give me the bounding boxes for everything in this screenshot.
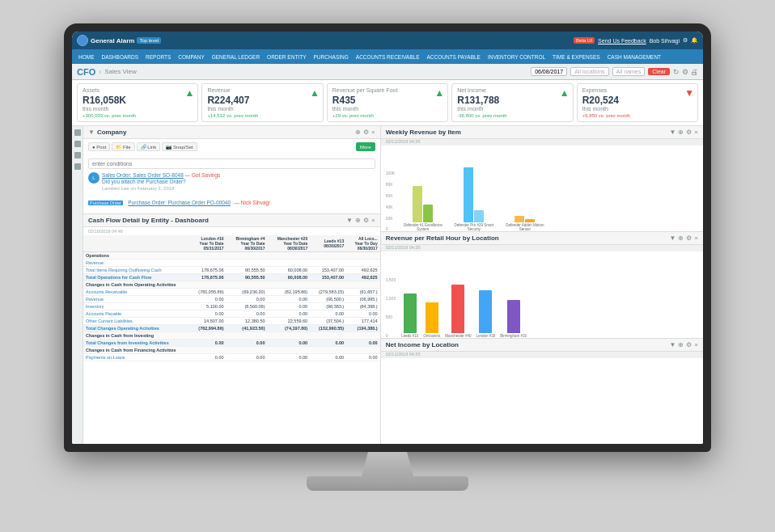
- row-label: Revenue: [83, 259, 190, 266]
- bar-group-manchester: Manchester #40: [445, 285, 471, 338]
- bar: [423, 205, 433, 222]
- chart2-settings-icon[interactable]: ⚙: [686, 234, 692, 242]
- table-row: Total Changes Operating Activities (762,…: [83, 324, 380, 331]
- file-button[interactable]: 📁 File: [112, 142, 134, 151]
- print-icon[interactable]: 🖨: [691, 68, 698, 76]
- chart3-settings-icon[interactable]: ⚙: [686, 341, 692, 348]
- row-val: 0.00: [227, 353, 268, 361]
- row-val: (98,383.): [310, 302, 346, 310]
- nav-inventory[interactable]: INVENTORY CONTROL: [485, 53, 548, 61]
- nav-order-entity[interactable]: ORDER ENTITY: [264, 53, 309, 61]
- toolbar-icons: ↻ ⚙ 🖨: [673, 68, 698, 76]
- row-label: Revenue: [83, 295, 190, 302]
- sidebar-nav-icon-4[interactable]: [74, 163, 81, 170]
- bars-area: Defender #1 Excellence System: [400, 171, 698, 231]
- chart-settings-icon[interactable]: ⚙: [686, 129, 692, 136]
- revenue-retail-header: Revenue per Retail Hour by Location ▼ ⊕ …: [381, 232, 703, 245]
- kpi-assets-label: Assets: [83, 87, 193, 93]
- table-row: Payments on Loans 0.00 0.00 0.00 0.00 0.…: [83, 353, 380, 361]
- nav-cash-management[interactable]: CASH MANAGEMENT: [604, 53, 664, 61]
- row-val: 0.00: [346, 310, 379, 317]
- nav-accounts-payable[interactable]: ACCOUNTS PAYABLE: [423, 53, 483, 61]
- location-filter[interactable]: All locations: [570, 67, 608, 76]
- chart-copy-icon[interactable]: ⊕: [678, 129, 684, 136]
- snapset-button[interactable]: 📷 Snap/Set: [162, 142, 197, 151]
- feedback-link[interactable]: Send Us Feedback: [598, 38, 646, 44]
- nav-purchasing[interactable]: PURCHASING: [311, 53, 352, 61]
- nav-dashboards[interactable]: DASHBOARDS: [99, 53, 142, 61]
- section-financing: Changes in Cash from Financing Activitie…: [83, 346, 380, 353]
- left-panels: ▼ Company ⊕ ⚙ ×: [83, 126, 381, 444]
- nav-general-ledger[interactable]: GENERAL LEDGER: [209, 53, 263, 61]
- chart2-filter-icon[interactable]: ▼: [669, 234, 675, 242]
- sidebar-nav-icon-1[interactable]: [74, 129, 81, 136]
- col-header-london: London #10Year To Date05/31/2017: [190, 235, 227, 252]
- company-panel: ▼ Company ⊕ ⚙ ×: [83, 126, 380, 214]
- cashflow-settings-icon[interactable]: ⚙: [363, 217, 369, 224]
- chart-close-icon[interactable]: ×: [694, 129, 698, 136]
- chart3-close-icon[interactable]: ×: [694, 341, 698, 348]
- bar-group-3: Defender Addon Motion Sensor: [502, 216, 547, 231]
- cashflow-table: London #10Year To Date05/31/2017 Birming…: [83, 235, 380, 361]
- y-label: 100K: [386, 171, 396, 175]
- bar-label: Manchester #40: [445, 334, 471, 338]
- row-val: 0.00: [190, 353, 227, 361]
- nav-reports[interactable]: REPORTS: [142, 53, 174, 61]
- revenue-retail-date: 02/11/2018 04:35: [381, 245, 703, 251]
- row-val: (132,990.55): [310, 324, 346, 331]
- nav-accounts-receivable[interactable]: ACCOUNTS RECEIVABLE: [353, 53, 423, 61]
- bar: [507, 300, 520, 333]
- company-filter-input[interactable]: [88, 158, 375, 169]
- col-header-desc: [83, 235, 190, 252]
- kpi-expenses: Expenses R20,524 this month +6,850 vs. p…: [577, 83, 698, 122]
- kpi-assets-value: R16,058K: [83, 95, 193, 106]
- row-val: 0.00: [310, 353, 346, 361]
- sidebar-nav-icon-2[interactable]: [74, 141, 81, 147]
- row-val: (279,583.15): [310, 288, 346, 295]
- clear-button[interactable]: Clear: [648, 68, 670, 75]
- chart2-close-icon[interactable]: ×: [694, 234, 698, 242]
- chart2-copy-icon[interactable]: ⊕: [678, 234, 684, 242]
- kpi-expenses-value: R20,524: [582, 95, 692, 106]
- cashflow-copy-icon[interactable]: ⊕: [355, 217, 361, 224]
- bar: [515, 216, 524, 222]
- notifications-icon[interactable]: 🔔: [691, 37, 698, 44]
- monitor-body: General Alarm Top level Beta UI Send Us …: [64, 23, 711, 452]
- row-val: 0.00: [346, 339, 379, 346]
- cashflow-filter-icon[interactable]: ▼: [346, 217, 353, 224]
- post-button[interactable]: ● Post: [88, 142, 110, 151]
- nav-time-expenses[interactable]: TIME & EXPENSES: [549, 53, 603, 61]
- nav-home[interactable]: HOME: [75, 53, 98, 61]
- name-filter[interactable]: All names: [612, 67, 646, 76]
- chart-filter-icon[interactable]: ▼: [669, 129, 675, 136]
- company-panel-close-icon[interactable]: ×: [371, 129, 375, 136]
- cashflow-panel-icons: ▼ ⊕ ⚙ ×: [346, 217, 375, 224]
- link-button[interactable]: 🔗 Link: [137, 142, 161, 151]
- company-panel-settings-icon[interactable]: ⚙: [363, 129, 369, 136]
- kpi-revenue-sqft-sub: +29 vs. prev month: [332, 113, 443, 118]
- date-filter[interactable]: 06/08/2017: [531, 67, 567, 76]
- cashflow-close-icon[interactable]: ×: [371, 217, 375, 224]
- nav-company[interactable]: COMPANY: [175, 53, 207, 61]
- bar-label: Leeds #10: [401, 334, 418, 338]
- company-panel-collapse-icon[interactable]: ▼: [88, 129, 95, 136]
- settings-icon[interactable]: ⚙: [683, 37, 688, 44]
- chart3-filter-icon[interactable]: ▼: [669, 341, 675, 348]
- y-label: 80K: [386, 182, 396, 187]
- doc-link[interactable]: Purchase Order: Purchase Order PO-00040: [128, 200, 231, 205]
- panels-row: ▼ Company ⊕ ⚙ ×: [83, 126, 703, 444]
- row-val: 153,407.00: [310, 273, 346, 281]
- chart3-copy-icon[interactable]: ⊕: [678, 341, 684, 348]
- row-label: Total Changes from Investing Activities: [83, 339, 190, 346]
- row-val: 177,414: [346, 317, 379, 324]
- company-panel-icons: ⊕ ⚙ ×: [355, 129, 375, 136]
- company-panel-copy-icon[interactable]: ⊕: [355, 129, 361, 136]
- settings-toolbar-icon[interactable]: ⚙: [682, 68, 688, 76]
- refresh-icon[interactable]: ↻: [673, 68, 680, 76]
- row-val: (82,195.86): [268, 288, 311, 295]
- kpi-net-income-label: Net Income: [457, 87, 567, 93]
- bar-label: Birmingham #16: [500, 334, 527, 338]
- net-income-panel: Net Income by Location ▼ ⊕ ⚙ × 02/11/201…: [381, 339, 703, 444]
- sidebar-nav-icon-3[interactable]: [74, 152, 81, 158]
- more-button[interactable]: More: [356, 142, 375, 151]
